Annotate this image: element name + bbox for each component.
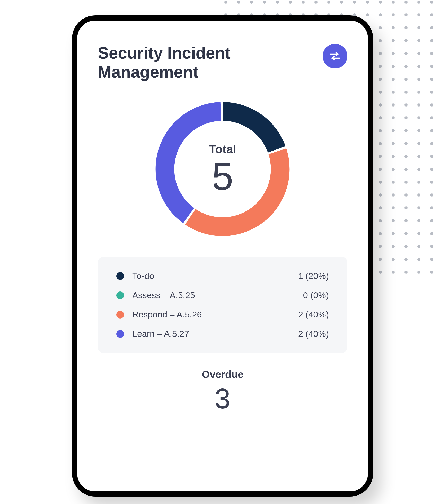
- donut-chart: Total 5: [151, 97, 295, 241]
- donut-total-label: Total: [209, 142, 236, 156]
- legend-row: Respond – A.5.262 (40%): [116, 310, 329, 320]
- legend-row: Learn – A.5.272 (40%): [116, 329, 329, 339]
- legend-swatch: [116, 330, 124, 338]
- filter-button[interactable]: [323, 44, 347, 68]
- legend-row: To-do1 (20%): [116, 271, 329, 281]
- dashboard-card: Security Incident Management Total 5 To-…: [72, 15, 373, 497]
- legend-label: To-do: [132, 271, 298, 281]
- overdue-label: Overdue: [98, 369, 347, 380]
- filter-icon: [329, 50, 341, 62]
- legend-value: 2 (40%): [298, 310, 329, 320]
- legend-label: Learn – A.5.27: [132, 329, 298, 339]
- legend-swatch: [116, 311, 124, 319]
- legend-value: 0 (0%): [303, 290, 329, 300]
- donut-total-value: 5: [212, 157, 233, 196]
- donut-center: Total 5: [151, 97, 295, 241]
- overdue-value: 3: [98, 384, 347, 413]
- overdue-block: Overdue 3: [98, 369, 347, 413]
- legend-value: 2 (40%): [298, 329, 329, 339]
- legend-swatch: [116, 291, 124, 299]
- donut-chart-container: Total 5: [98, 97, 347, 241]
- legend-label: Respond – A.5.26: [132, 310, 298, 320]
- legend-card: To-do1 (20%)Assess – A.5.250 (0%)Respond…: [98, 257, 347, 353]
- page-title: Security Incident Management: [98, 44, 291, 82]
- legend-value: 1 (20%): [298, 271, 329, 281]
- card-header: Security Incident Management: [98, 44, 347, 82]
- legend-swatch: [116, 272, 124, 280]
- legend-label: Assess – A.5.25: [132, 290, 303, 300]
- legend-row: Assess – A.5.250 (0%): [116, 290, 329, 300]
